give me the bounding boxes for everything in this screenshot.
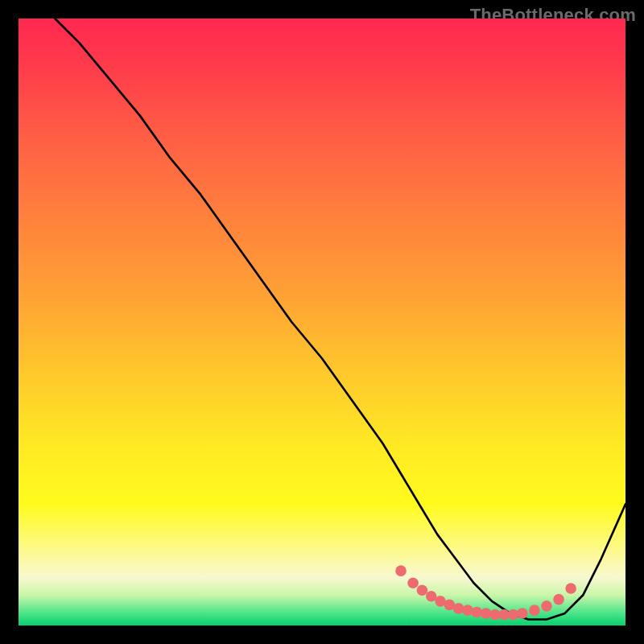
bottleneck-curve-line — [55, 19, 625, 619]
chart-frame: TheBottleneck.com — [0, 0, 644, 644]
nadir-marker — [529, 605, 540, 616]
nadir-markers-group — [395, 565, 576, 620]
nadir-marker — [553, 594, 564, 605]
nadir-marker — [395, 565, 407, 576]
plot-area — [19, 19, 625, 625]
nadir-marker — [517, 608, 528, 619]
nadir-marker — [541, 601, 552, 612]
nadir-marker — [417, 584, 428, 596]
chart-svg — [19, 19, 625, 625]
nadir-marker — [462, 605, 473, 616]
nadir-marker — [453, 603, 464, 614]
nadir-marker — [565, 583, 576, 594]
nadir-marker — [407, 577, 419, 588]
